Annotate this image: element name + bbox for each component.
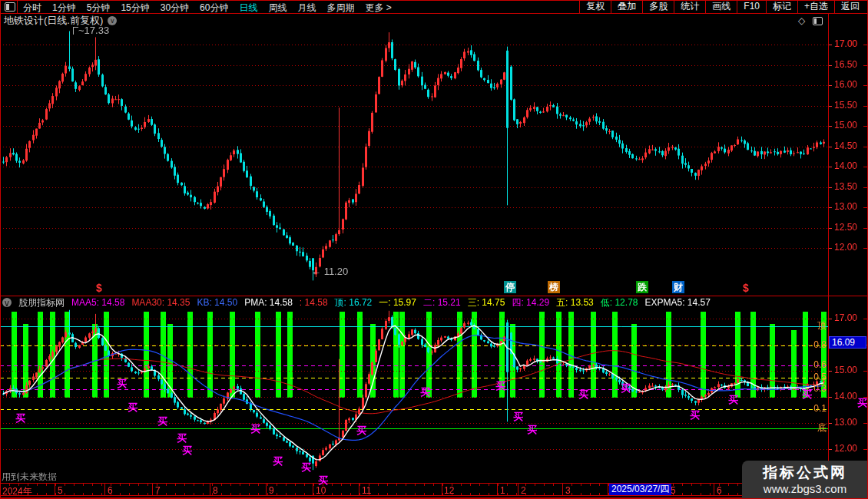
main-axis-label: 15.00 — [834, 121, 857, 131]
event-badge-榜[interactable]: 榜 — [548, 281, 560, 293]
event-badge-$[interactable]: $ — [741, 282, 750, 294]
buy-signal-label: 买 — [177, 433, 187, 443]
arrow-elbow-icon — [73, 27, 78, 35]
indicator-axis-label: 14.00 — [834, 392, 857, 402]
date-label-2: 2 — [521, 485, 526, 496]
button-标记[interactable]: 标记 — [766, 0, 797, 13]
indicator-param-KB: KB: 14.50 — [197, 297, 237, 308]
button-叠加[interactable]: 叠加 — [611, 0, 642, 13]
date-label-6: 6 — [717, 485, 722, 496]
date-separator — [313, 484, 313, 495]
main-axis-tick — [829, 187, 832, 188]
buy-signal-label: 买 — [495, 381, 505, 391]
date-separator — [518, 484, 518, 495]
indicator-axis-tick — [829, 319, 832, 319]
indicator-param-四: 四: 14.29 — [512, 297, 549, 308]
date-separator — [55, 484, 55, 495]
chevron-down-icon[interactable]: ∨ — [2, 298, 12, 307]
main-axis-tick-right — [863, 126, 867, 127]
indicator-param-一: 一: 15.97 — [379, 297, 416, 308]
main-axis-label: 15.50 — [834, 101, 857, 111]
level-label-0.8: 0.8 — [796, 340, 827, 350]
main-axis-label: 17.00 — [834, 39, 857, 49]
date-separator — [714, 484, 714, 495]
button-多股[interactable]: 多股 — [642, 0, 674, 13]
indicator-axis-label: 17.00 — [834, 313, 857, 323]
indicator-axis-tick — [829, 423, 832, 424]
date-label-8: 8 — [213, 485, 218, 496]
indicator-axis-tick-right — [863, 371, 867, 372]
main-axis-label: 14.50 — [834, 141, 857, 151]
buy-signal-label: 买 — [301, 462, 311, 472]
level-label-0.5: 0.5 — [796, 372, 827, 382]
buy-signal-label: 买 — [182, 445, 192, 455]
date-ticks-top — [0, 484, 828, 486]
buy-signal-label: 买 — [117, 378, 127, 388]
future-data-warning: 用到未来数据 — [2, 471, 57, 484]
window-split-icon[interactable] — [5, 2, 15, 12]
main-axis-label: 13.00 — [834, 202, 857, 212]
axis-vertical-border — [828, 14, 829, 484]
date-separator — [210, 484, 210, 495]
indicator-axis-tick-right — [863, 423, 867, 424]
main-axis-label: 12.00 — [834, 243, 857, 253]
panel-divider — [0, 296, 868, 296]
buy-signal-label: 买 — [356, 425, 366, 435]
buy-signal-label: 买 — [802, 389, 812, 399]
main-axis-tick — [829, 65, 832, 66]
date-label-10: 10 — [316, 485, 326, 496]
buy-signal-label: 买 — [527, 425, 537, 435]
date-separator — [442, 484, 442, 495]
toolbar-bottom-border — [0, 13, 868, 14]
date-separator — [562, 484, 563, 495]
buy-signal-label: 买 — [157, 416, 167, 426]
left-arrow-icon: ← — [311, 266, 321, 277]
main-axis-tick-right — [863, 65, 867, 66]
button-F10[interactable]: F10 — [737, 0, 766, 13]
current-value-badge: 16.09 — [829, 336, 866, 349]
date-label-12: 12 — [444, 485, 454, 496]
main-axis-tick — [829, 147, 832, 147]
event-badge-跌[interactable]: 跌 — [636, 281, 648, 293]
indicator-chart[interactable] — [0, 296, 828, 484]
button-统计[interactable]: 统计 — [674, 0, 705, 13]
main-axis-tick — [829, 167, 832, 167]
date-label-7: 7 — [155, 485, 161, 496]
buy-signal-label: 买 — [250, 424, 260, 434]
level-label-底: 底 — [796, 423, 827, 433]
toolbar-divider — [17, 0, 18, 13]
main-axis-label: 12.50 — [834, 223, 857, 233]
main-axis-tick-right — [863, 106, 867, 107]
diamond-icon[interactable]: ◇ — [798, 15, 805, 26]
indicator-axis-label: 15.00 — [834, 365, 857, 375]
date-separator — [266, 484, 267, 495]
button-复权[interactable]: 复权 — [579, 0, 611, 13]
toolbar-right-buttons: 复权叠加多股统计画线F10标记+自选返回 — [579, 0, 866, 13]
date-axis-top-border — [0, 483, 868, 484]
buy-signal-label: 买 — [728, 395, 738, 405]
event-badge-停[interactable]: 停 — [504, 281, 516, 293]
indicator-axis-tick — [829, 449, 832, 450]
main-axis-label: 14.00 — [834, 161, 857, 171]
date-separator — [152, 484, 153, 495]
date-separator — [104, 484, 105, 495]
main-candlestick-chart[interactable] — [0, 28, 828, 296]
main-axis-tick — [829, 126, 832, 127]
indicator-param-PMA: PMA: 14.58 — [244, 297, 293, 308]
event-badge-$[interactable]: $ — [94, 282, 104, 294]
main-axis-label: 16.00 — [834, 80, 857, 90]
panel-split-icon[interactable] — [813, 17, 823, 25]
indicator-param-低: 低: 12.78 — [601, 297, 638, 308]
main-axis-tick-right — [863, 167, 867, 167]
indicator-param-顶: 顶: 16.72 — [335, 297, 373, 308]
indicator-param-EXPMA5: EXPMA5: 14.57 — [644, 297, 710, 308]
main-axis-tick-right — [863, 45, 867, 45]
watermark: 指标公式网 www.zbgs3.com — [742, 461, 868, 499]
event-badge-财[interactable]: 财 — [672, 281, 684, 293]
button-+自选[interactable]: +自选 — [797, 0, 834, 13]
indicator-axis-label: 12.00 — [834, 444, 857, 454]
button-返回[interactable]: 返回 — [834, 0, 866, 13]
button-画线[interactable]: 画线 — [705, 0, 737, 13]
indicator-header: ∨ 股朋指标网 MAA5: 14.58MAA30: 14.35KB: 14.50… — [2, 297, 715, 308]
date-label-9: 9 — [269, 485, 274, 496]
